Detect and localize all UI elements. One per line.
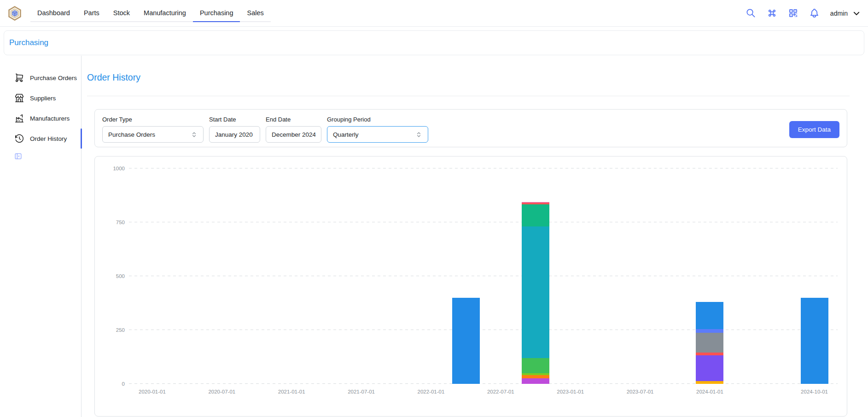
export-data-button[interactable]: Export Data	[789, 121, 839, 138]
history-clock-icon	[14, 133, 24, 144]
order-type-select[interactable]: Purchase Orders	[102, 126, 204, 143]
building-store-icon	[14, 93, 24, 103]
page-title: Order History	[87, 71, 850, 84]
grouping-period-label: Grouping Period	[327, 116, 428, 123]
tab-parts[interactable]: Parts	[77, 5, 106, 22]
x-axis-tick-label: 2023-01-01	[557, 389, 584, 394]
tab-dashboard[interactable]: Dashboard	[30, 5, 77, 22]
chart-bar[interactable]	[696, 302, 723, 384]
chart-bar-segment[interactable]	[522, 204, 549, 226]
select-chevrons-icon	[191, 131, 198, 138]
title-divider	[87, 96, 850, 96]
end-date-input[interactable]	[266, 126, 321, 143]
filter-card: Order Type Purchase Orders Start Date En…	[94, 109, 847, 147]
sidebar-item-order-history[interactable]: Order History	[0, 128, 81, 149]
chart-bar[interactable]	[522, 202, 549, 384]
select-chevrons-icon	[415, 131, 422, 138]
sidebar-item-label: Suppliers	[30, 95, 56, 102]
x-axis-tick-label: 2022-01-01	[418, 389, 445, 394]
y-axis-tick-label: 250	[116, 327, 125, 333]
sidebar-item-manufacturers[interactable]: Manufacturers	[0, 108, 81, 128]
chart-bar-segment[interactable]	[522, 226, 549, 358]
factory-icon	[14, 113, 24, 123]
app-header: Dashboard Parts Stock Manufacturing Purc…	[0, 0, 868, 27]
search-icon[interactable]	[746, 8, 756, 18]
y-axis-tick-label: 0	[122, 381, 125, 387]
chart-bar-segment[interactable]	[801, 298, 828, 384]
sidebar: Purchase Orders Suppliers Manufacturers …	[0, 56, 82, 417]
chart-gridline	[129, 383, 838, 384]
filter-start-date: Start Date	[209, 116, 260, 143]
qr-code-scan-icon[interactable]	[788, 8, 798, 18]
tab-manufacturing[interactable]: Manufacturing	[137, 5, 193, 22]
tab-sales[interactable]: Sales	[240, 5, 270, 22]
header-actions: admin	[746, 8, 861, 18]
x-axis-tick-label: 2024-01-01	[696, 389, 723, 394]
x-axis-tick-label: 2021-07-01	[348, 389, 375, 394]
start-date-input[interactable]	[209, 126, 260, 143]
order-type-value: Purchase Orders	[108, 131, 155, 138]
user-menu[interactable]: admin	[830, 9, 861, 17]
x-axis-tick-label: 2022-07-01	[487, 389, 514, 394]
chart-bar[interactable]	[452, 298, 480, 384]
chart-bar-segment[interactable]	[696, 302, 723, 329]
sidebar-active-indicator	[81, 128, 82, 149]
chevron-down-icon	[852, 9, 861, 17]
breadcrumb-purchasing-link[interactable]: Purchasing	[9, 38, 48, 47]
sidebar-item-label: Manufacturers	[30, 115, 70, 122]
grouping-period-value: Quarterly	[333, 131, 359, 138]
chart-bar[interactable]	[801, 298, 828, 384]
y-axis-tick-label: 500	[116, 273, 125, 279]
x-axis-tick-label: 2021-01-01	[278, 389, 305, 394]
filter-end-date: End Date	[266, 116, 321, 143]
chart-bar-segment[interactable]	[522, 378, 549, 384]
chart-bar-segment[interactable]	[452, 298, 480, 384]
x-axis-tick-label: 2020-01-01	[139, 389, 166, 394]
sidebar-collapse-icon[interactable]	[14, 152, 22, 160]
chart-bar-segment[interactable]	[522, 375, 549, 378]
main-nav-tabs: Dashboard Parts Stock Manufacturing Purc…	[30, 5, 271, 22]
end-date-label: End Date	[266, 116, 321, 123]
chart-bar-segment[interactable]	[522, 358, 549, 373]
chart-bar-segment[interactable]	[696, 355, 723, 381]
sidebar-item-label: Purchase Orders	[30, 75, 77, 81]
inventree-logo-icon[interactable]	[7, 6, 22, 21]
sidebar-item-suppliers[interactable]: Suppliers	[0, 88, 81, 108]
order-history-chart-plot: 025050075010002020-01-012020-07-012021-0…	[129, 168, 838, 384]
main-panel: Order History Order Type Purchase Orders…	[82, 56, 868, 417]
chart-gridline	[129, 330, 838, 330]
sidebar-item-purchase-orders[interactable]: Purchase Orders	[0, 68, 81, 88]
x-axis-tick-label: 2023-07-01	[627, 389, 654, 394]
content-area: Purchase Orders Suppliers Manufacturers …	[0, 56, 868, 417]
chart-gridline	[129, 168, 838, 168]
notifications-bell-icon[interactable]	[809, 8, 820, 18]
user-name-label: admin	[830, 10, 848, 17]
chart-bar-segment[interactable]	[696, 333, 723, 353]
grouping-period-select[interactable]: Quarterly	[327, 126, 428, 143]
chart-bar-segment[interactable]	[696, 381, 723, 384]
tab-purchasing[interactable]: Purchasing	[193, 5, 240, 22]
breadcrumb: Purchasing	[4, 30, 864, 55]
tab-stock[interactable]: Stock	[106, 5, 137, 22]
x-axis-tick-label: 2020-07-01	[208, 389, 235, 394]
chart-bar-segment[interactable]	[696, 329, 723, 332]
order-type-label: Order Type	[102, 116, 204, 123]
x-axis-tick-label: 2024-10-01	[801, 389, 828, 394]
start-date-label: Start Date	[209, 116, 260, 123]
y-axis-tick-label: 1000	[113, 166, 125, 171]
filter-order-type: Order Type Purchase Orders	[102, 116, 204, 143]
shopping-cart-icon	[14, 73, 24, 83]
y-axis-tick-label: 750	[116, 220, 125, 225]
chart-gridline	[129, 222, 838, 222]
order-history-chart-card: 025050075010002020-01-012020-07-012021-0…	[94, 156, 847, 417]
filter-grouping-period: Grouping Period Quarterly	[327, 116, 428, 143]
command-palette-icon[interactable]	[767, 8, 777, 18]
sidebar-item-label: Order History	[30, 135, 67, 142]
chart-gridline	[129, 276, 838, 276]
